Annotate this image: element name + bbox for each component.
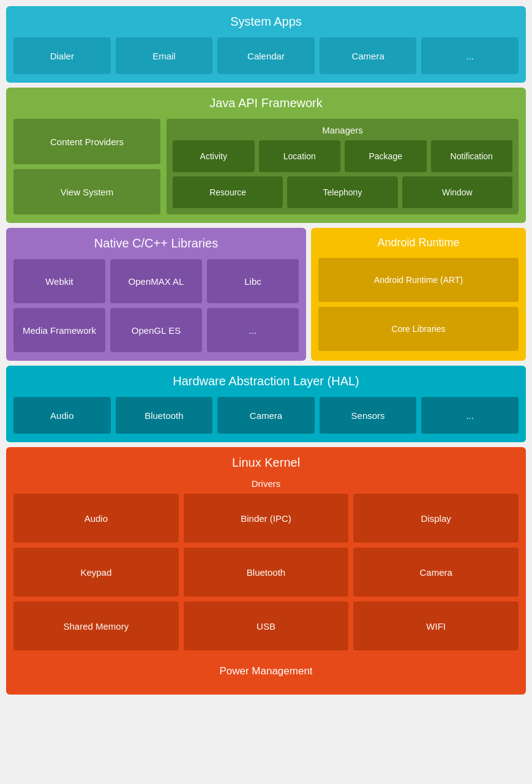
driver-audio: Audio — [13, 494, 179, 543]
hal-boxes: Audio Bluetooth Camera Sensors ... — [13, 397, 519, 434]
hal-sensors: Sensors — [320, 397, 417, 434]
manager-resource: Resource — [173, 176, 283, 208]
native-webkit: Webkit — [13, 259, 105, 303]
linux-kernel-layer: Linux Kernel Drivers Audio Binder (IPC) … — [6, 447, 526, 695]
view-system: View System — [13, 169, 160, 214]
drivers-grid: Audio Binder (IPC) Display Keypad Blueto… — [13, 494, 519, 650]
system-apps-layer: System Apps Dialer Email Calendar Camera… — [6, 6, 526, 83]
hal-audio: Audio — [13, 397, 111, 434]
driver-usb: USB — [184, 601, 349, 650]
managers-row1: Activity Location Package Notification — [173, 140, 512, 172]
driver-binder: Binder (IPC) — [184, 494, 349, 543]
hal-camera: Camera — [217, 397, 315, 434]
android-runtime-layer: Android Runtime Android Runtime (ART) Co… — [311, 228, 526, 361]
system-app-camera: Camera — [320, 37, 417, 74]
driver-display: Display — [353, 494, 519, 543]
hal-more: ... — [421, 397, 519, 434]
linux-kernel-title: Linux Kernel — [13, 453, 519, 472]
java-api-left: Content Providers View System — [13, 119, 160, 214]
hal-layer: Hardware Abstraction Layer (HAL) Audio B… — [6, 366, 526, 442]
drivers-label: Drivers — [13, 478, 519, 489]
android-runtime-title: Android Runtime — [318, 234, 519, 252]
java-api-layer: Java API Framework Content Providers Vie… — [6, 88, 526, 223]
driver-keypad: Keypad — [13, 548, 179, 597]
native-opengl: OpenGL ES — [110, 308, 202, 352]
system-app-calendar: Calendar — [217, 37, 315, 74]
java-api-title: Java API Framework — [13, 94, 519, 113]
native-openmax: OpenMAX AL — [110, 259, 202, 303]
manager-telephony: Telephony — [287, 176, 397, 208]
driver-bluetooth: Bluetooth — [184, 548, 349, 597]
native-libs-title: Native C/C++ Libraries — [13, 234, 299, 253]
native-libs-layer: Native C/C++ Libraries Webkit OpenMAX AL… — [6, 228, 306, 361]
manager-notification: Notification — [431, 140, 513, 172]
system-app-dialer: Dialer — [13, 37, 111, 74]
hal-title: Hardware Abstraction Layer (HAL) — [13, 372, 519, 391]
manager-package: Package — [345, 140, 427, 172]
driver-wifi: WIFI — [353, 601, 519, 650]
managers-section: Managers Activity Location Package Notif… — [167, 119, 519, 214]
system-app-more: ... — [421, 37, 519, 74]
manager-location: Location — [259, 140, 341, 172]
native-libs-grid: Webkit OpenMAX AL Libc Media Framework O… — [13, 259, 299, 352]
android-runtime-art: Android Runtime (ART) — [318, 258, 519, 302]
managers-row2: Resource Telephony Window — [173, 176, 512, 208]
system-apps-title: System Apps — [13, 12, 519, 31]
java-api-inner: Content Providers View System Managers A… — [13, 119, 519, 214]
native-media-framework: Media Framework — [13, 308, 105, 352]
manager-window: Window — [402, 176, 512, 208]
android-runtime-core: Core Libraries — [318, 307, 519, 351]
manager-activity: Activity — [173, 140, 255, 172]
power-management: Power Management — [13, 657, 519, 686]
driver-shared-memory: Shared Memory — [13, 601, 179, 650]
content-providers: Content Providers — [13, 119, 160, 164]
driver-camera: Camera — [353, 548, 519, 597]
native-more: ... — [207, 308, 299, 352]
native-libc: Libc — [207, 259, 299, 303]
system-app-email: Email — [116, 37, 213, 74]
hal-bluetooth: Bluetooth — [116, 397, 213, 434]
middle-row: Native C/C++ Libraries Webkit OpenMAX AL… — [6, 228, 526, 361]
managers-title: Managers — [173, 125, 512, 135]
system-apps-boxes: Dialer Email Calendar Camera ... — [13, 37, 519, 74]
